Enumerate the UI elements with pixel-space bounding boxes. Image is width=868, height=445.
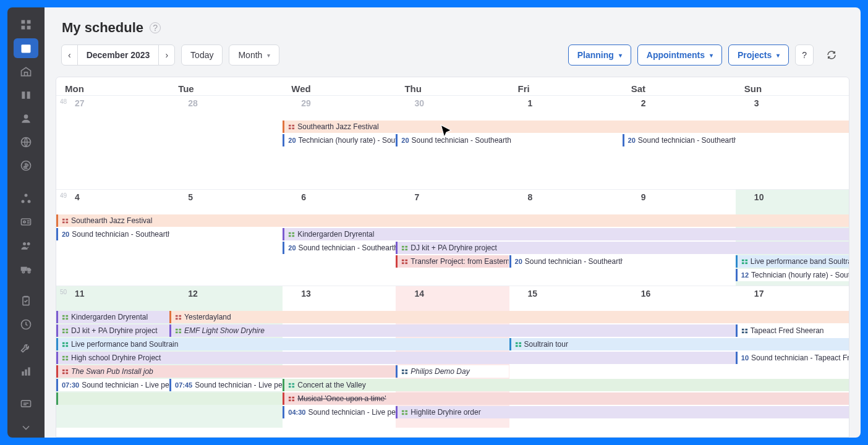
appointments-button[interactable]: Appointments▾: [637, 44, 722, 66]
day-cell[interactable]: 5: [169, 190, 283, 286]
event-bar[interactable]: 20Sound technician - Southearth: [396, 134, 622, 146]
event-bar[interactable]: Southearth Jazz Festival: [283, 121, 848, 133]
svg-rect-53: [62, 318, 65, 320]
projects-label: Projects: [738, 50, 772, 60]
event-label: Transfer Project: from Eastern: [411, 255, 509, 268]
refresh-button[interactable]: [820, 44, 843, 66]
event-bar[interactable]: Kindergarden Dryrental: [283, 228, 848, 240]
svg-rect-3: [27, 26, 31, 30]
nav-contacts-icon[interactable]: [14, 109, 38, 129]
nav-projects-icon[interactable]: [14, 85, 38, 105]
sidebar: [7, 7, 45, 438]
today-button[interactable]: Today: [181, 44, 223, 66]
event-label: High school Dryhire Project: [71, 352, 161, 364]
nav-idcard-icon[interactable]: [14, 212, 38, 232]
svg-rect-72: [66, 342, 68, 344]
event-bar[interactable]: 20Technician (hourly rate) - Soutl: [283, 134, 396, 146]
nav-people-icon[interactable]: [14, 235, 38, 255]
event-tag: 20: [288, 134, 296, 146]
event-bar[interactable]: Kindergarden Dryrental: [56, 311, 169, 323]
event-bar[interactable]: Live performance band Soultrai: [736, 255, 849, 268]
day-num: 29: [301, 98, 311, 108]
prev-month-button[interactable]: ‹: [61, 44, 78, 66]
day-cell[interactable]: 28: [169, 96, 283, 189]
view-select-button[interactable]: Month▾: [229, 44, 279, 66]
nav-chat-icon[interactable]: [14, 394, 38, 414]
day-num: 11: [75, 289, 85, 299]
event-bar[interactable]: High school Dryhire Project: [56, 352, 736, 364]
event-bar[interactable]: 20Sound technician - Southearth: [509, 255, 623, 268]
svg-rect-41: [402, 248, 404, 250]
event-bar[interactable]: [56, 392, 283, 405]
event-label: Kindergarden Dryrental: [297, 228, 374, 240]
svg-rect-45: [402, 262, 404, 264]
event-bar[interactable]: Transfer Project: from Eastern: [396, 255, 509, 268]
day-cell[interactable]: 4827: [56, 96, 169, 189]
nav-wrench-icon[interactable]: [14, 338, 38, 358]
svg-rect-79: [62, 355, 65, 357]
event-bar[interactable]: DJ kit + PA Dryhire project: [56, 324, 169, 337]
svg-point-8: [24, 114, 28, 119]
nav-expand-icon[interactable]: [14, 418, 38, 438]
nav-truck-icon[interactable]: [14, 259, 38, 279]
nav-dashboard-icon[interactable]: [14, 15, 38, 35]
help-button[interactable]: ?: [795, 44, 814, 66]
event-bar[interactable]: Soultrain tour: [509, 338, 849, 350]
svg-rect-35: [289, 232, 291, 234]
event-bar[interactable]: EMF Light Show Dryhire: [169, 324, 736, 337]
svg-rect-5: [22, 44, 31, 46]
svg-rect-99: [402, 410, 404, 412]
event-label: Sound technician - Live per: [82, 379, 169, 391]
event-bar[interactable]: Yesterdayland: [169, 311, 849, 323]
calendar-row-0: 4827 28 29 30 1 2 3 Southearth Jazz Fest…: [56, 95, 849, 189]
nav-clock-icon[interactable]: [14, 315, 38, 334]
event-bar[interactable]: Philips Demo Day: [396, 365, 509, 378]
appointments-label: Appointments: [647, 50, 705, 60]
event-label: DJ kit + PA Dryhire project: [411, 242, 497, 254]
day-num: 4: [75, 192, 80, 202]
event-bar[interactable]: 07:30Sound technician - Live per: [56, 379, 169, 391]
day-num: 13: [301, 289, 311, 299]
event-bar[interactable]: 07:45Sound technician - Live per: [169, 379, 283, 391]
current-month-button[interactable]: December 2023: [77, 44, 160, 66]
event-bar[interactable]: 20Sound technician - Southearth: [56, 228, 169, 240]
event-bar[interactable]: DJ kit + PA Dryhire project: [396, 242, 849, 254]
event-bar[interactable]: Musical 'Once upon a time': [283, 392, 849, 405]
svg-rect-71: [62, 342, 65, 344]
topbar: My schedule ? ‹ December 2023 › Today Mo…: [45, 7, 861, 68]
nav-money-icon[interactable]: [14, 156, 38, 176]
event-bar[interactable]: 20Sound technician - Southearth: [283, 242, 396, 254]
svg-rect-31: [62, 218, 65, 220]
event-bar[interactable]: Live performance band Soultrain: [56, 338, 509, 350]
project-icon: [62, 314, 69, 321]
calendar-body: 4827 28 29 30 1 2 3 Southearth Jazz Fest…: [56, 95, 849, 428]
event-bar[interactable]: Concert at the Valley: [283, 379, 849, 391]
event-bar[interactable]: The Swan Pub Install job: [56, 365, 396, 378]
event-bar[interactable]: 10Sound technician - Tapeact Fre: [736, 352, 849, 364]
event-label: Highlite Dryhire order: [411, 406, 480, 418]
nav-clipboard-icon[interactable]: [14, 291, 38, 311]
project-icon: [288, 382, 295, 389]
projects-button[interactable]: Projects▾: [728, 44, 789, 66]
svg-rect-56: [179, 315, 181, 316]
nav-hierarchy-icon[interactable]: [14, 189, 38, 208]
nav-stats-icon[interactable]: [14, 362, 38, 381]
event-bar[interactable]: Tapeact Fred Sheeran: [736, 324, 849, 337]
event-time: 07:30: [62, 379, 79, 391]
event-bar[interactable]: 04:30Sound technician - Live per: [283, 406, 396, 418]
day-cell[interactable]: 3: [736, 96, 849, 189]
nav-calendar-icon[interactable]: [14, 38, 38, 58]
dow-thu: Thu: [396, 77, 509, 95]
event-tag: 20: [401, 134, 409, 146]
planning-button[interactable]: Planning▾: [568, 44, 631, 66]
event-bar[interactable]: Highlite Dryhire order: [396, 406, 849, 418]
nav-warehouse-icon[interactable]: [14, 62, 38, 82]
event-bar[interactable]: 20Sound technician - Southearth: [623, 134, 736, 146]
nav-globe-icon[interactable]: [14, 132, 38, 152]
event-bar[interactable]: Southearth Jazz Festival: [56, 214, 849, 227]
help-icon[interactable]: ?: [150, 22, 161, 33]
event-bar[interactable]: 12Technician (hourly rate) - South: [736, 269, 849, 281]
next-month-button[interactable]: ›: [158, 44, 175, 66]
svg-rect-73: [62, 345, 65, 347]
svg-rect-61: [62, 331, 65, 333]
